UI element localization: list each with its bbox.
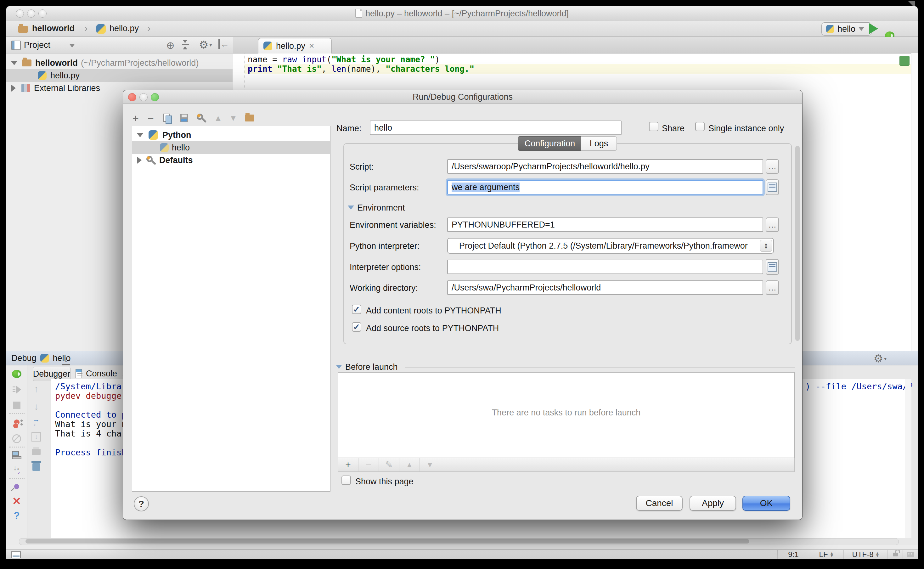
- interpreter-options-input[interactable]: [447, 260, 763, 274]
- collapse-all-icon[interactable]: [181, 38, 190, 51]
- collapsed-arrow-icon[interactable]: [137, 157, 141, 164]
- environment-variables-input[interactable]: PYTHONUNBUFFERED=1: [447, 218, 763, 232]
- tab-configuration[interactable]: Configuration: [518, 136, 582, 151]
- script-parameters-expand-button[interactable]: [766, 180, 779, 195]
- tree-item-python-group[interactable]: Python: [132, 129, 330, 141]
- editor-scrollbar[interactable]: [911, 53, 918, 351]
- environment-collapse-icon[interactable]: [348, 205, 354, 210]
- sort-alphabetically-icon[interactable]: ↓az: [11, 464, 23, 476]
- down-stack-frame-icon[interactable]: ↓: [30, 401, 42, 412]
- restore-layout-icon[interactable]: [11, 449, 23, 461]
- move-task-down-button[interactable]: ▼: [420, 458, 440, 472]
- add-source-roots-checkbox[interactable]: ✓: [352, 322, 361, 332]
- inspection-status-indicator[interactable]: [900, 56, 910, 66]
- breadcrumb-file[interactable]: hello.py: [109, 24, 139, 33]
- section-divider: [409, 208, 790, 208]
- script-input[interactable]: /Users/swaroop/PycharmProjects/helloworl…: [447, 159, 763, 174]
- tab-logs[interactable]: Logs: [581, 136, 617, 151]
- edit-task-button[interactable]: ✎: [379, 458, 400, 472]
- rerun-debug-icon[interactable]: [11, 368, 23, 380]
- pin-tab-icon[interactable]: [11, 481, 23, 493]
- script-browse-button[interactable]: …: [766, 159, 779, 174]
- run-configuration-selector[interactable]: hello: [821, 22, 872, 35]
- single-instance-checkbox[interactable]: [695, 122, 705, 131]
- dialog-titlebar[interactable]: Run/Debug Configurations: [123, 90, 802, 104]
- soft-wrap-icon[interactable]: →←: [30, 416, 42, 428]
- python-interpreter-select[interactable]: Project Default (Python 2.7.5 (/System/L…: [447, 238, 774, 254]
- code-line-2[interactable]: print "That is", len(name), "characters …: [245, 64, 912, 74]
- add-content-roots-checkbox[interactable]: ✓: [352, 305, 361, 314]
- show-this-page-checkbox[interactable]: [342, 476, 351, 485]
- copy-configuration-button[interactable]: [161, 112, 173, 124]
- hector-inspections-toggle[interactable]: [903, 550, 918, 559]
- tree-item-project-root[interactable]: helloworld (~/PycharmProjects/helloworld…: [6, 57, 233, 69]
- tab-console[interactable]: Console →: [76, 367, 129, 380]
- console-vertical-scrollbar[interactable]: [905, 379, 912, 538]
- show-this-page-label: Show this page: [355, 477, 413, 487]
- save-configuration-button[interactable]: [178, 112, 190, 124]
- gear-icon[interactable]: ⚙▼: [199, 40, 213, 50]
- expanded-arrow-icon[interactable]: [11, 61, 18, 65]
- code-line-1[interactable]: name = raw_input("What is your name? "): [245, 55, 912, 64]
- environment-variables-label: Environment variables:: [350, 220, 436, 230]
- hide-panel-icon[interactable]: ←: [219, 40, 229, 49]
- cancel-button[interactable]: Cancel: [636, 496, 682, 511]
- line-ending-selector[interactable]: LF▲▼: [809, 550, 844, 559]
- move-task-up-button[interactable]: ▲: [400, 458, 420, 472]
- caret-position[interactable]: 9:1: [777, 550, 809, 559]
- editor-tab-hello-py[interactable]: hello.py ×: [258, 38, 332, 53]
- tree-item-hello-py[interactable]: hello.py: [6, 69, 233, 82]
- move-down-button[interactable]: ▼: [227, 112, 240, 124]
- scrollbar-thumb[interactable]: [26, 539, 749, 543]
- stop-icon[interactable]: [11, 399, 23, 411]
- resume-icon[interactable]: [11, 383, 23, 396]
- toolwindow-switcher-icon[interactable]: [11, 551, 21, 558]
- run-button[interactable]: [869, 23, 878, 34]
- hide-toolwindow-icon[interactable]: ↓: [62, 356, 70, 365]
- environment-variables-browse-button[interactable]: …: [766, 218, 779, 232]
- new-folder-button[interactable]: [243, 112, 256, 124]
- tree-item-defaults[interactable]: Defaults: [132, 154, 330, 166]
- config-panel-scrollbar[interactable]: [795, 146, 800, 341]
- up-stack-frame-icon[interactable]: ↑: [30, 383, 42, 395]
- encoding-selector[interactable]: UTF-8▲▼: [843, 550, 888, 559]
- clear-console-icon[interactable]: [30, 461, 42, 473]
- share-checkbox[interactable]: [649, 122, 658, 131]
- name-input[interactable]: hello: [370, 120, 622, 135]
- add-source-roots-label: Add source roots to PYTHONPATH: [366, 324, 499, 333]
- chevron-down-icon[interactable]: [69, 44, 75, 47]
- collapsed-arrow-icon[interactable]: [11, 85, 16, 91]
- tree-item-hello-config[interactable]: hello: [132, 141, 330, 154]
- remove-task-button[interactable]: −: [359, 458, 379, 472]
- before-launch-task-list[interactable]: There are no tasks to run before launch: [338, 372, 795, 458]
- help-icon[interactable]: ?: [11, 510, 23, 522]
- apply-button[interactable]: Apply: [690, 496, 736, 511]
- print-icon[interactable]: [30, 446, 42, 458]
- interpreter-options-expand-button[interactable]: [766, 259, 779, 275]
- unlock-icon: [893, 553, 898, 557]
- before-launch-collapse-icon[interactable]: [336, 365, 342, 369]
- move-up-button[interactable]: ▲: [212, 112, 224, 124]
- breadcrumb-project[interactable]: helloworld: [32, 24, 74, 33]
- project-panel-title[interactable]: Project: [24, 40, 50, 50]
- separator: [9, 447, 24, 447]
- close-tab-icon[interactable]: ×: [309, 41, 314, 51]
- mute-breakpoints-icon[interactable]: [11, 433, 23, 445]
- edit-defaults-button[interactable]: [195, 112, 207, 124]
- help-button[interactable]: ?: [134, 496, 149, 511]
- view-breakpoints-icon[interactable]: [11, 416, 23, 428]
- gear-icon[interactable]: ⚙▼: [874, 353, 888, 364]
- console-horizontal-scrollbar[interactable]: [19, 538, 899, 545]
- export-to-file-icon[interactable]: ↓: [30, 431, 42, 443]
- ok-button[interactable]: OK: [742, 496, 790, 511]
- working-directory-browse-button[interactable]: …: [766, 280, 779, 295]
- script-parameters-input[interactable]: we are arguments: [447, 180, 763, 195]
- working-directory-input[interactable]: /Users/swa/PycharmProjects/helloworld: [447, 280, 763, 295]
- add-configuration-button[interactable]: +: [129, 112, 142, 124]
- lock-toggle[interactable]: [888, 550, 903, 559]
- add-task-button[interactable]: +: [338, 458, 359, 472]
- close-toolwindow-icon[interactable]: ✕: [11, 495, 23, 507]
- expanded-arrow-icon[interactable]: [137, 133, 143, 137]
- remove-configuration-button[interactable]: −: [144, 112, 157, 124]
- locate-icon[interactable]: ⊕: [166, 40, 175, 51]
